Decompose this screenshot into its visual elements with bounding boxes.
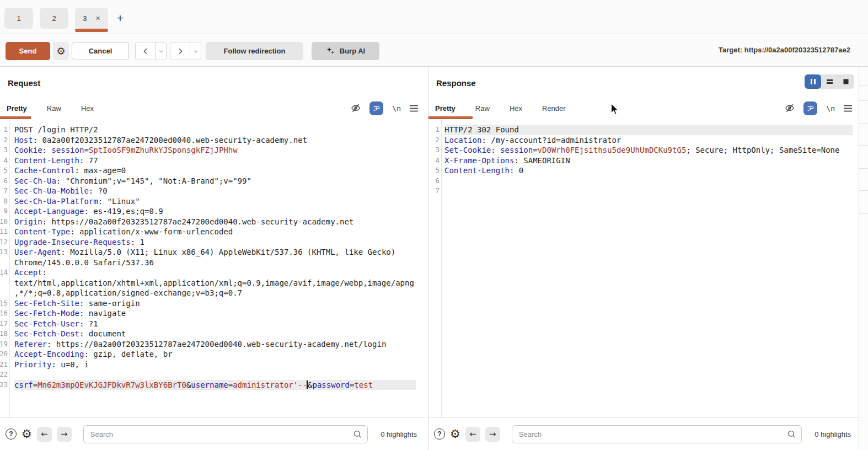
line-number: 17 bbox=[0, 319, 8, 329]
search-previous-button[interactable]: ← bbox=[465, 427, 480, 442]
repeater-tab-2[interactable]: 2 bbox=[40, 8, 68, 29]
line-number: 8 bbox=[0, 196, 8, 207]
wrap-toggle-button[interactable] bbox=[369, 101, 383, 115]
line-number: 11 bbox=[0, 227, 8, 237]
editor-line[interactable]: 3Cookie: session=SptIooSF9mZhuRkYJSponsg… bbox=[0, 145, 425, 156]
show-newlines-button[interactable]: \n bbox=[826, 104, 835, 113]
line-number: 6 bbox=[0, 176, 8, 186]
request-tab-pretty[interactable]: Pretty bbox=[7, 104, 27, 113]
next-request-button[interactable] bbox=[170, 42, 190, 60]
hamburger-menu-icon[interactable] bbox=[410, 105, 418, 112]
search-icon bbox=[787, 430, 796, 439]
repeater-tab-3[interactable]: 3 × bbox=[75, 8, 108, 29]
follow-redirection-button[interactable]: Follow redirection bbox=[206, 42, 303, 60]
editor-line[interactable]: 7Sec-Ch-Ua-Mobile: ?0 bbox=[0, 186, 425, 196]
eye-slash-icon[interactable] bbox=[785, 103, 795, 113]
editor-line[interactable]: 5Content-Length: 0 bbox=[428, 165, 859, 176]
target-url[interactable]: Target: https://0a2a00f20323512787ae2 bbox=[719, 46, 868, 54]
editor-line[interactable]: 4Content-Length: 77 bbox=[0, 156, 425, 166]
editor-line[interactable]: 16Sec-Fetch-Mode: navigate bbox=[0, 308, 425, 319]
close-tab-icon[interactable]: × bbox=[96, 14, 100, 22]
search-settings-gear-icon[interactable]: ⚙ bbox=[22, 428, 32, 440]
response-tab-render[interactable]: Render bbox=[542, 104, 566, 113]
inspector-divider bbox=[859, 145, 868, 146]
line-text: Sec-Fetch-Dest: document bbox=[14, 329, 416, 339]
editor-line[interactable]: 21Priority: u=0, i bbox=[0, 360, 425, 370]
request-tab-hex[interactable]: Hex bbox=[81, 104, 94, 113]
editor-line[interactable]: 7 bbox=[428, 186, 859, 196]
send-button[interactable]: Send bbox=[6, 42, 50, 60]
request-editor-controls: \n bbox=[351, 101, 418, 115]
editor-line[interactable]: 2Host: 0a2a00f20323512787ae247200ed0040.… bbox=[0, 135, 425, 146]
response-editor-lines: 1HTTP/2 302 Found2Location: /my-account?… bbox=[428, 125, 859, 196]
line-text: csrf=Mn62m3mpQEvKJGJFDkvR7w3lxBY6BrT0&us… bbox=[14, 380, 416, 390]
burp-ai-button[interactable]: Burp AI bbox=[312, 42, 379, 60]
editor-line[interactable]: 5Cache-Control: max-age=0 bbox=[0, 165, 425, 176]
editor-line[interactable]: 6Sec-Ch-Ua: "Chromium";v="145", "Not:A-B… bbox=[0, 176, 425, 186]
inspector-divider bbox=[859, 190, 868, 191]
response-editor[interactable]: 1HTTP/2 302 Found2Location: /my-account?… bbox=[428, 119, 859, 417]
line-text: Referer: https://0a2a00f20323512787ae247… bbox=[14, 339, 416, 350]
line-text: Sec-Fetch-Site: same-origin bbox=[14, 298, 416, 309]
line-number: 16 bbox=[0, 308, 8, 319]
request-editor[interactable]: 1POST /login HTTP/22Host: 0a2a00f2032351… bbox=[0, 119, 425, 417]
editor-line[interactable]: 15Sec-Fetch-Site: same-origin bbox=[0, 298, 425, 309]
line-number: 3 bbox=[428, 145, 440, 156]
editor-line[interactable]: 19Referer: https://0a2a00f20323512787ae2… bbox=[0, 339, 425, 350]
editor-line[interactable]: 6 bbox=[428, 176, 859, 186]
editor-line[interactable]: 9Accept-Language: es-419,es;q=0.9 bbox=[0, 206, 425, 217]
help-icon[interactable]: ? bbox=[434, 428, 445, 440]
hamburger-menu-icon[interactable] bbox=[844, 105, 852, 112]
editor-line[interactable]: 17Sec-Fetch-User: ?1 bbox=[0, 319, 425, 329]
show-newlines-button[interactable]: \n bbox=[392, 104, 401, 113]
editor-line[interactable]: 20Accept-Encoding: gzip, deflate, br bbox=[0, 349, 425, 360]
response-view-tabs: Pretty Raw Hex Render bbox=[428, 97, 859, 119]
repeater-tab-1[interactable]: 1 bbox=[4, 8, 33, 29]
editor-line[interactable]: 8Sec-Ch-Ua-Platform: "Linux" bbox=[0, 196, 425, 207]
editor-line[interactable]: 13User-Agent: Mozilla/5.0 (X11; Linux x8… bbox=[0, 247, 425, 267]
search-settings-gear-icon[interactable]: ⚙ bbox=[450, 428, 460, 440]
previous-request-dropdown[interactable] bbox=[156, 42, 167, 60]
wrap-toggle-button[interactable] bbox=[803, 101, 817, 115]
line-number: 12 bbox=[0, 237, 8, 248]
editor-line[interactable]: 1POST /login HTTP/2 bbox=[0, 125, 425, 135]
editor-line[interactable]: 18Sec-Fetch-Dest: document bbox=[0, 329, 425, 339]
cancel-button[interactable]: Cancel bbox=[72, 42, 129, 60]
help-icon[interactable]: ? bbox=[6, 428, 17, 440]
response-search-input[interactable] bbox=[512, 425, 802, 443]
editor-line[interactable]: 22 bbox=[0, 369, 425, 380]
editor-line[interactable]: 1HTTP/2 302 Found bbox=[428, 125, 859, 135]
inspector-collapsed-strip[interactable] bbox=[859, 67, 868, 450]
previous-request-button[interactable] bbox=[135, 42, 156, 60]
search-next-button[interactable]: → bbox=[485, 427, 500, 442]
editor-line[interactable]: 11Content-Type: application/x-www-form-u… bbox=[0, 227, 425, 237]
editor-line[interactable]: 2Location: /my-account?id=administrator bbox=[428, 135, 859, 146]
response-tab-raw[interactable]: Raw bbox=[475, 104, 490, 113]
next-request-dropdown[interactable] bbox=[190, 42, 201, 60]
line-text: Content-Length: 77 bbox=[14, 156, 416, 166]
eye-slash-icon[interactable] bbox=[351, 103, 361, 113]
editor-line[interactable]: 14Accept: text/html,application/xhtml+xm… bbox=[0, 267, 425, 298]
editor-line[interactable]: 3Set-Cookie: session=vD0Wrh0FEjsithsu5de… bbox=[428, 145, 859, 156]
pause-button[interactable] bbox=[805, 74, 821, 89]
inspector-divider bbox=[859, 213, 868, 214]
stop-button[interactable] bbox=[838, 74, 854, 89]
line-text: Location: /my-account?id=administrator bbox=[444, 135, 853, 146]
request-tab-raw[interactable]: Raw bbox=[47, 104, 61, 113]
editor-line[interactable]: 4X-Frame-Options: SAMEORIGIN bbox=[428, 156, 859, 166]
rows-layout-button[interactable] bbox=[821, 74, 838, 89]
send-settings-button[interactable]: ⚙ bbox=[53, 42, 69, 60]
search-previous-button[interactable]: ← bbox=[37, 427, 52, 442]
editor-line[interactable]: 12Upgrade-Insecure-Requests: 1 bbox=[0, 237, 425, 248]
editor-line[interactable]: 10Origin: https://0a2a00f20323512787ae24… bbox=[0, 217, 425, 227]
line-number: 7 bbox=[0, 186, 8, 196]
add-tab-button[interactable]: + bbox=[114, 8, 127, 29]
pane-divider[interactable] bbox=[425, 67, 428, 450]
pause-icon bbox=[810, 78, 816, 85]
response-tab-hex[interactable]: Hex bbox=[510, 104, 522, 113]
request-search-input[interactable] bbox=[83, 425, 368, 443]
editor-line[interactable]: 23csrf=Mn62m3mpQEvKJGJFDkvR7w3lxBY6BrT0&… bbox=[0, 380, 425, 390]
response-tab-pretty[interactable]: Pretty bbox=[435, 104, 456, 113]
inspector-divider bbox=[859, 85, 868, 85]
search-next-button[interactable]: → bbox=[57, 427, 72, 442]
